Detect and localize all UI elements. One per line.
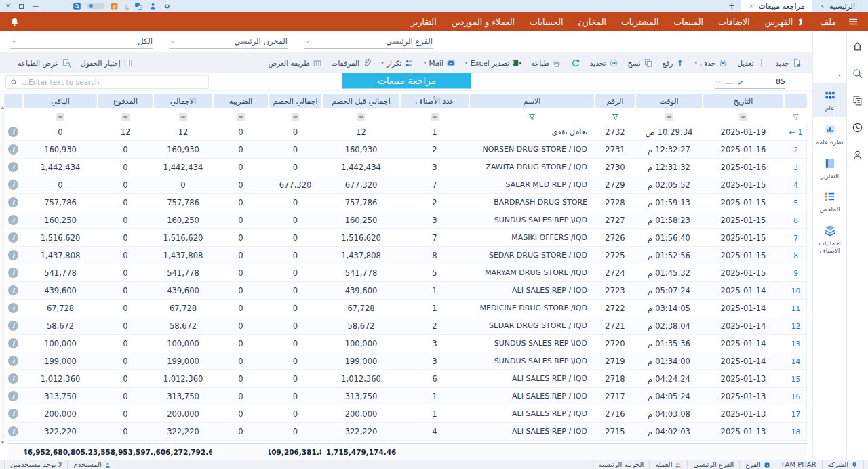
column-header-remaining[interactable]: الباقي [24,94,97,108]
toolbar-button-8[interactable]: Xتصدير Excel▾ [461,55,526,71]
table-row[interactable]: 172025-01-1304:03:08م2716ALI SALES REP /… [8,405,807,423]
row-info-icon[interactable]: i [8,162,18,172]
menu-item-0[interactable]: ملف [812,12,844,31]
table-row[interactable]: 22025-01-1612:32:27م2731NORSEN DRUG STOR… [8,141,807,159]
table-row[interactable]: 52025-01-1501:59:13م2728BARDRASH DRUG ST… [8,194,807,211]
table-row[interactable]: 142025-01-1401:34:00م2719SUNDUS SALES RE… [8,352,807,370]
table-row[interactable]: 162025-01-1304:05:24م2717ALI SALES REP /… [8,388,807,405]
table-row[interactable]: 92025-01-1501:45:32م2724MARYAM DRUG STOR… [8,264,807,282]
dropdown-arrow-icon[interactable]: ▾ [465,60,468,66]
sidebar-tab-1[interactable]: نظرة عامة [813,117,846,151]
table-row[interactable]: 32025-01-1612:31:32م2730ZAWITA DRUG STOR… [8,159,807,176]
hamburger-menu-icon[interactable] [844,16,863,27]
scroll-up-icon[interactable] [1,106,4,109]
notifications-bell-icon[interactable] [5,17,24,27]
column-header-tax[interactable]: الضريبة [214,94,268,108]
column-filter-discount[interactable]: = [269,110,321,123]
row-info-icon[interactable]: i [8,232,18,243]
column-filter-time[interactable]: = [636,110,702,123]
restore-window-button[interactable] [19,4,24,9]
branch-dropdown[interactable]: الفرع الرئيسي [304,35,433,49]
table-row[interactable]: 62025-01-1501:58:23م2727SUNDUS SALES REP… [8,211,807,229]
row-info-icon[interactable]: i [8,197,18,207]
column-header-total[interactable]: الاجمالي [154,94,212,108]
toolbar-button-2[interactable]: حذف▾ [690,55,732,71]
row-info-icon[interactable]: i [8,127,18,137]
notes-icon[interactable] [110,1,119,11]
row-info-icon[interactable]: i [8,285,18,295]
new-tab-button[interactable]: + [722,0,741,12]
menu-item-1[interactable]: الفهرس [757,12,813,31]
row-info-icon[interactable]: i [8,180,18,190]
row-info-icon[interactable]: i [8,215,18,225]
row-info-icon[interactable]: i [8,391,18,401]
table-row[interactable]: 82025-01-1501:52:56م2725SEDAR DRUG STORE… [8,247,807,264]
dropdown-arrow-icon[interactable]: ▾ [381,60,384,66]
row-info-icon[interactable]: i [8,144,18,155]
menu-item-2[interactable]: الاضافات [711,12,757,31]
filter-operator-icon[interactable]: = [56,113,64,121]
toggle-switch[interactable] [87,3,104,9]
row-info-icon[interactable]: i [8,338,18,348]
whatsapp-icon[interactable] [852,122,863,134]
column-header-discount[interactable]: اجمالي الخصم [269,94,321,108]
menu-item-6[interactable]: الحسابات [522,12,570,31]
column-header-name[interactable]: الاسم [470,94,594,108]
row-info-icon[interactable]: i [8,303,18,313]
row-info-icon[interactable]: i [8,409,18,419]
column-filter-tax[interactable]: = [214,110,268,123]
filter-operator-icon[interactable]: = [357,113,366,121]
column-header-time[interactable]: الوقت [636,94,702,108]
menu-item-4[interactable]: المشتريات [614,12,666,31]
sidebar-tab-4[interactable]: اجماليات الأصناف [813,218,846,260]
menu-item-3[interactable]: المبيعات [666,12,711,31]
document-tab-1[interactable]: مراجعة مبيعات× [741,0,812,12]
profile-icon[interactable] [852,149,863,161]
column-header-num[interactable]: الرقم [595,94,635,108]
toolbar-button-6[interactable] [567,55,585,71]
toolbar-button-9[interactable]: Mail▾ [419,55,459,71]
dropdown-arrow-icon[interactable]: ▾ [423,60,426,66]
filter-operator-icon[interactable]: = [665,113,673,121]
tab-close-icon[interactable]: × [820,3,825,9]
toolbar-button-7[interactable]: طباعة [527,55,566,71]
menu-item-7[interactable]: العملاء و الموردين [444,12,522,31]
table-row[interactable]: 182025-01-1304:02:03م2715ALI SALES REP /… [8,423,807,441]
column-filter-n[interactable] [785,110,807,123]
scope-dropdown[interactable]: الكل [10,35,153,49]
column-header-date[interactable]: التاريخ [703,94,783,108]
column-header-n[interactable] [785,94,807,108]
record-count-field[interactable]: 85 … [715,75,785,89]
column-filter-name[interactable] [470,110,594,123]
home-icon[interactable] [852,41,863,52]
toolbar-button-5[interactable]: تحديد [586,55,623,71]
sidebar-tab-0[interactable]: عام [813,83,846,117]
column-header-before[interactable]: اجمالي قبل الخصم [323,94,399,108]
toolbar-secondary-button-1[interactable]: عرض الطباعة [14,55,75,71]
row-info-icon[interactable]: i [8,268,18,278]
column-header-paid[interactable]: المدفوع [98,94,153,108]
column-filter-total[interactable]: = [154,110,212,123]
table-row[interactable]: 112025-01-1403:14:05م2722MEDICINE DRUG S… [8,300,807,317]
filter-operator-icon[interactable]: = [179,113,187,121]
toolbar-button-10[interactable]: تكرار▾ [377,55,418,71]
table-row[interactable]: 122025-01-1402:38:04م2721SEDAR DRUG STOR… [8,317,807,335]
toolbar-collapse-icon[interactable] [7,59,12,66]
table-row[interactable]: 72025-01-1501:56:40م2726MASIKI OFFERS /I… [8,229,807,247]
row-info-icon[interactable]: i [8,321,18,331]
app-search-icon[interactable] [73,1,81,11]
settings-gears-icon[interactable] [163,1,172,11]
close-window-button[interactable]: ✕ [5,3,11,9]
filter-operator-icon[interactable]: = [237,113,245,121]
search-icon[interactable] [852,68,863,79]
chevron-down-icon[interactable] [715,77,722,86]
translate-icon[interactable]: A [134,1,143,11]
filter-operator-icon[interactable]: = [121,113,130,121]
column-header-count[interactable]: عدد الأصناف [401,94,469,108]
vertical-scrollbar[interactable] [1,111,5,439]
column-filter-date[interactable]: = [703,110,783,123]
search-input[interactable] [22,78,204,86]
toolbar-button-3[interactable]: رفع [658,55,690,71]
filter-operator-icon[interactable]: = [292,113,300,121]
menu-item-5[interactable]: المخازن [570,12,614,31]
